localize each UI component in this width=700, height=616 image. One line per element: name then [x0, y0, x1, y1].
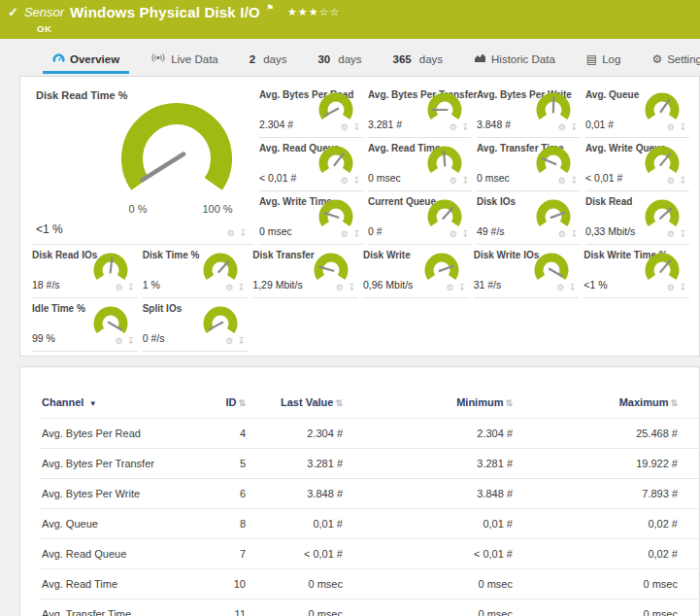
pin-icon[interactable]: ↧ [570, 122, 579, 132]
channel-name[interactable]: Avg. Bytes Per Transfer [42, 458, 154, 469]
channel-name[interactable]: Avg. Read Queue [42, 548, 126, 560]
tab-label: Historic Data [491, 53, 555, 65]
gauge-value: 31 #/s [474, 279, 502, 291]
column-header-id[interactable]: ID⇅ [225, 396, 246, 408]
channel-id: 5 [205, 449, 251, 479]
channel-name[interactable]: Avg. Read Time [42, 578, 117, 590]
pin-icon[interactable]: ↧ [679, 122, 687, 132]
pin-icon[interactable]: ↧ [570, 229, 579, 239]
gear-icon[interactable]: ⚙ [558, 229, 567, 239]
pin-icon[interactable]: ↧ [461, 122, 470, 132]
tab-30-days[interactable]: 30 days [308, 50, 371, 74]
table-row: Avg. Queue 8 0,01 # 0,01 # 0,02 # [40, 509, 700, 539]
column-header-maximum[interactable]: Maximum⇅ [619, 396, 678, 408]
pin-icon[interactable]: ↧ [679, 283, 687, 292]
gauge-value: 0 msec [368, 172, 401, 184]
gauge-tile: Disk Write IOs 31 #/s ⚙ ↧ [474, 245, 580, 298]
channel-id: 6 [205, 479, 251, 509]
tab-live-data[interactable]: Live Data [141, 49, 228, 74]
pin-icon[interactable]: ↧ [348, 283, 356, 292]
pin-icon[interactable]: ↧ [461, 176, 470, 186]
pin-icon[interactable]: ↧ [352, 229, 361, 239]
gear-icon[interactable]: ⚙ [450, 176, 458, 186]
channel-maximum: 7.893 # [518, 479, 683, 509]
pin-icon[interactable]: ↧ [352, 122, 361, 132]
sensor-header: ✓ Sensor Windows Physical Disk I/O ⚑ ★★★… [0, 0, 700, 39]
page-title: Windows Physical Disk I/O [70, 4, 260, 20]
channel-last-value: 0,01 # [251, 509, 349, 539]
tab-label: Settings [667, 53, 700, 65]
gear-icon[interactable]: ⚙ [227, 228, 236, 238]
gear-icon[interactable]: ⚙ [667, 122, 676, 132]
column-header-channel[interactable]: Channel ▼ [42, 396, 97, 408]
pin-icon[interactable]: ↧ [679, 229, 687, 239]
gauge-tile: Avg. Transfer Time 0 msec ⚙ ↧ [477, 138, 581, 191]
tab-day-count: 30 [317, 53, 330, 65]
channel-id: 10 [205, 569, 251, 599]
pin-icon[interactable]: ↧ [569, 283, 578, 292]
channel-name[interactable]: Avg. Bytes Per Write [42, 488, 140, 499]
gauge-tile: Avg. Bytes Per Write 3.848 # ⚙ ↧ [477, 85, 581, 138]
channel-name[interactable]: Avg. Bytes Per Read [42, 428, 141, 439]
area-chart-icon [474, 52, 486, 65]
gear-icon[interactable]: ⚙ [450, 122, 458, 132]
pin-icon[interactable]: ↧ [239, 228, 248, 238]
pin-icon[interactable]: ↧ [352, 176, 361, 186]
pin-icon[interactable]: ↧ [679, 176, 687, 186]
pin-icon[interactable]: ↧ [461, 229, 470, 239]
gear-icon[interactable]: ⚙ [116, 336, 124, 346]
tab-overview[interactable]: Overview [43, 49, 129, 74]
gear-icon[interactable]: ⚙ [336, 283, 345, 292]
gauge-value: 0 msec [259, 225, 292, 237]
rating-stars[interactable]: ★★★☆☆ [287, 6, 340, 18]
gear-icon[interactable]: ⚙ [225, 283, 234, 292]
pin-icon[interactable]: ↧ [238, 336, 247, 346]
channel-name[interactable]: Avg. Queue [42, 518, 98, 530]
pin-icon[interactable]: ↧ [238, 283, 247, 292]
tab-label: days [338, 53, 361, 65]
gear-icon[interactable]: ⚙ [667, 229, 676, 239]
flag-icon[interactable]: ⚑ [266, 3, 274, 13]
big-gauge-dial: 0 %100 % [75, 102, 279, 217]
tab-bar: Overview Live Data 2 days 30 days 365 da… [0, 39, 700, 74]
gear-icon[interactable]: ⚙ [447, 283, 455, 292]
gear-icon[interactable]: ⚙ [450, 229, 458, 239]
svg-text:0 %: 0 % [129, 203, 148, 215]
svg-text:100 %: 100 % [202, 203, 232, 215]
pin-icon[interactable]: ↧ [458, 283, 467, 292]
gauge-value: 99 % [32, 332, 55, 344]
gauge-tile: Disk Write 0,96 Mbit/s ⚙ ↧ [363, 245, 469, 298]
channel-last-value: 0 msec [251, 599, 349, 616]
gauge-value: 0 # [368, 225, 383, 237]
gear-icon[interactable]: ⚙ [667, 283, 676, 292]
tab-2-days[interactable]: 2 days [240, 50, 297, 74]
tab-historic-data[interactable]: Historic Data [464, 49, 565, 74]
gear-icon: ⚙ [651, 53, 662, 65]
gauge-tile: Disk Time % 1 % ⚙ ↧ [143, 245, 249, 298]
tab-log[interactable]: ▤ Log [577, 50, 631, 74]
gauge-tile: Avg. Write Time 0 msec ⚙ ↧ [259, 191, 363, 245]
table-row: Avg. Bytes Per Transfer 5 3.281 # 3.281 … [40, 449, 700, 479]
pin-icon[interactable]: ↧ [570, 176, 579, 186]
column-header-minimum[interactable]: Minimum⇅ [456, 396, 513, 408]
channel-name[interactable]: Avg. Transfer Time [42, 608, 131, 616]
sort-desc-icon: ▼ [86, 399, 96, 408]
column-header-last-value[interactable]: Last Value⇅ [281, 396, 343, 408]
gear-icon[interactable]: ⚙ [556, 283, 565, 292]
tab-settings[interactable]: ⚙ Settings [642, 50, 700, 74]
tab-365-days[interactable]: 365 days [383, 50, 452, 74]
gear-icon[interactable]: ⚙ [341, 229, 350, 239]
pin-icon[interactable]: ↧ [127, 283, 136, 292]
channel-maximum: 19.922 # [518, 449, 683, 479]
gauge-tile: Current Queue 0 # ⚙ ↧ [368, 191, 472, 245]
gear-icon[interactable]: ⚙ [341, 176, 350, 186]
gear-icon[interactable]: ⚙ [558, 122, 567, 132]
gear-icon[interactable]: ⚙ [225, 336, 234, 346]
table-row: Avg. Bytes Per Write 6 3.848 # 3.848 # 7… [40, 479, 700, 509]
gear-icon[interactable]: ⚙ [116, 283, 124, 292]
channel-minimum: < 0,01 # [349, 539, 518, 569]
gear-icon[interactable]: ⚙ [667, 176, 676, 186]
gear-icon[interactable]: ⚙ [341, 122, 350, 132]
gear-icon[interactable]: ⚙ [558, 176, 567, 186]
pin-icon[interactable]: ↧ [127, 336, 136, 346]
